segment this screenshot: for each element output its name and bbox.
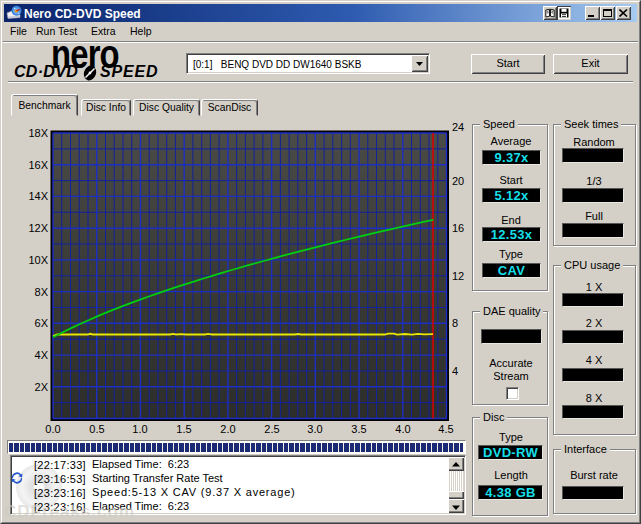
svg-text:4X: 4X [35, 349, 49, 361]
svg-text:2.5: 2.5 [264, 423, 279, 435]
svg-text:12: 12 [452, 270, 464, 282]
svg-text:4.5: 4.5 [438, 423, 453, 435]
svg-text:3.0: 3.0 [307, 423, 322, 435]
svg-text:0.0: 0.0 [45, 423, 60, 435]
svg-text:24: 24 [452, 121, 464, 133]
svg-text:1.5: 1.5 [176, 423, 191, 435]
svg-text:8X: 8X [35, 286, 49, 298]
svg-text:16X: 16X [28, 159, 48, 171]
svg-text:4.0: 4.0 [395, 423, 410, 435]
svg-text:8: 8 [452, 317, 458, 329]
svg-text:6X: 6X [35, 317, 49, 329]
svg-text:2X: 2X [35, 381, 49, 393]
svg-text:4: 4 [452, 365, 458, 377]
svg-text:3.5: 3.5 [351, 423, 366, 435]
svg-text:18X: 18X [28, 127, 48, 139]
svg-text:12X: 12X [28, 222, 48, 234]
svg-text:0.5: 0.5 [89, 423, 104, 435]
svg-text:1.0: 1.0 [132, 423, 147, 435]
svg-text:2.0: 2.0 [220, 423, 235, 435]
svg-text:14X: 14X [28, 190, 48, 202]
svg-text:10X: 10X [28, 254, 48, 266]
